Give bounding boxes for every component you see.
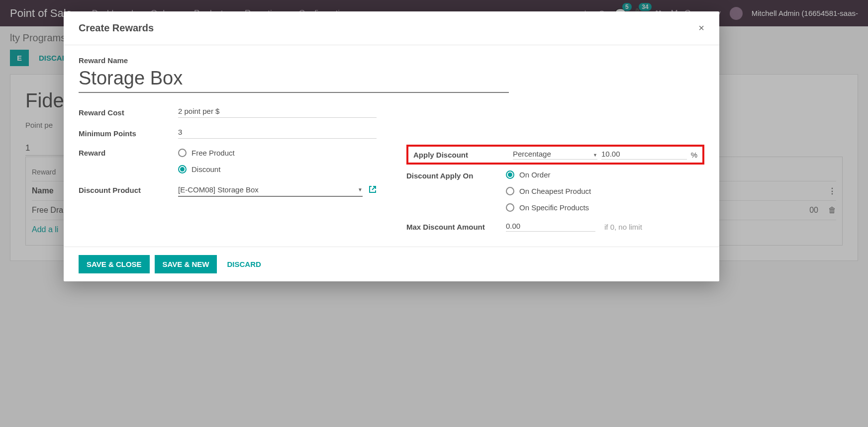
apply-discount-type-select[interactable]: Percentage: [513, 150, 597, 160]
reward-name-input[interactable]: [79, 67, 509, 93]
save-close-button[interactable]: SAVE & CLOSE: [79, 255, 150, 273]
max-discount-input[interactable]: 0.00: [506, 222, 595, 232]
reward-name-label: Reward Name: [79, 56, 704, 65]
apply-discount-highlight: Apply Discount Percentage 10.00 %: [406, 145, 704, 165]
reward-cost-label: Reward Cost: [79, 108, 178, 117]
external-link-icon[interactable]: [369, 185, 377, 195]
radio-icon: [506, 203, 514, 212]
discount-product-select[interactable]: [E-COM08] Storage Box ▼: [178, 183, 363, 197]
apply-on-cheapest-label: On Cheapest Product: [519, 187, 591, 195]
apply-on-specific-label: On Specific Products: [519, 203, 589, 212]
radio-icon: [506, 187, 514, 195]
apply-on-order[interactable]: On Order: [506, 171, 704, 179]
form-left-column: Reward Cost 2 point per $ Minimum Points…: [79, 107, 377, 232]
max-discount-hint: if 0, no limit: [604, 223, 642, 231]
apply-discount-unit: %: [691, 151, 697, 159]
apply-discount-type-value: Percentage: [513, 150, 551, 158]
reward-type-label: Reward: [79, 149, 178, 157]
discount-product-label: Discount Product: [79, 186, 178, 194]
reward-option-discount-label: Discount: [192, 165, 220, 173]
apply-discount-value-input[interactable]: 10.00: [601, 150, 687, 160]
reward-option-free-product-label: Free Product: [192, 149, 235, 157]
form-right-column: Apply Discount Percentage 10.00 % Discou…: [406, 145, 704, 232]
discount-product-value: [E-COM08] Storage Box: [178, 185, 259, 194]
save-new-button[interactable]: SAVE & NEW: [155, 255, 217, 273]
max-discount-label: Max Discount Amount: [406, 223, 506, 231]
discount-apply-on-label: Discount Apply On: [406, 171, 506, 180]
min-points-value[interactable]: 3: [178, 128, 377, 139]
radio-icon: [178, 149, 187, 157]
min-points-label: Minimum Points: [79, 129, 178, 138]
reward-option-free-product[interactable]: Free Product: [178, 149, 377, 157]
create-rewards-modal: Create Rewards × Reward Name Reward Cost…: [64, 11, 719, 281]
chevron-down-icon: [590, 150, 597, 158]
reward-cost-value[interactable]: 2 point per $: [178, 107, 377, 118]
reward-option-discount[interactable]: Discount: [178, 165, 377, 173]
chevron-down-icon: ▼: [358, 187, 363, 192]
close-icon[interactable]: ×: [698, 22, 704, 34]
radio-icon: [506, 171, 514, 179]
apply-on-cheapest[interactable]: On Cheapest Product: [506, 187, 704, 195]
apply-on-order-label: On Order: [519, 171, 551, 179]
apply-on-specific[interactable]: On Specific Products: [506, 203, 704, 212]
apply-discount-label: Apply Discount: [413, 151, 513, 159]
discard-button[interactable]: DISCARD: [227, 260, 261, 268]
radio-icon: [178, 165, 187, 173]
modal-title: Create Rewards: [79, 22, 154, 34]
